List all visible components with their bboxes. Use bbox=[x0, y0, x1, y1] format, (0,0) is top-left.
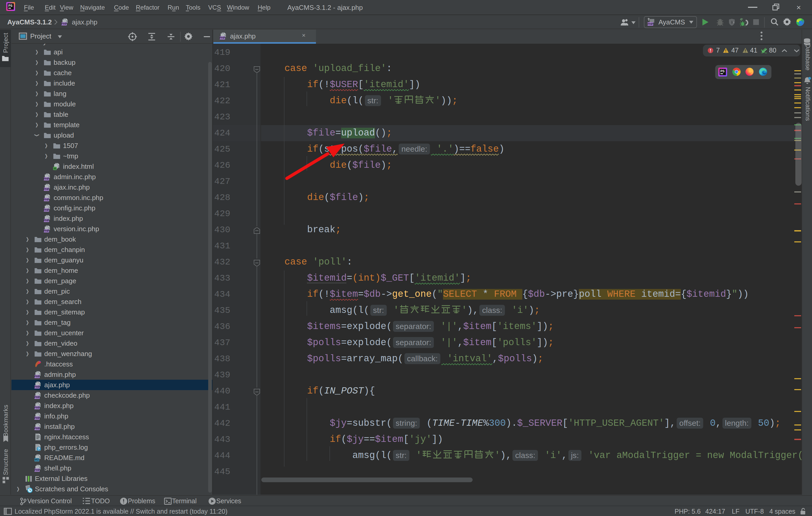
svg-text:PHP: PHP bbox=[34, 396, 40, 399]
svg-text:PS: PS bbox=[720, 69, 725, 73]
svg-text:PS: PS bbox=[8, 4, 12, 7]
svg-text:PHP: PHP bbox=[44, 198, 49, 201]
svg-text:H: H bbox=[54, 167, 56, 170]
svg-text:PHP: PHP bbox=[34, 427, 40, 430]
svg-text:PHP: PHP bbox=[44, 219, 49, 222]
svg-text:PHP: PHP bbox=[34, 375, 40, 378]
svg-text:PHP: PHP bbox=[44, 177, 49, 180]
svg-text:PHP: PHP bbox=[34, 416, 40, 420]
svg-text:PHP: PHP bbox=[647, 23, 653, 26]
svg-text:PHP: PHP bbox=[34, 468, 40, 472]
svg-text:PHP: PHP bbox=[34, 385, 40, 388]
svg-text:PHP: PHP bbox=[44, 229, 49, 232]
svg-text:?: ? bbox=[37, 447, 40, 451]
svg-text:PHP: PHP bbox=[44, 187, 49, 191]
svg-text:PHP: PHP bbox=[44, 208, 49, 211]
svg-text:PHP: PHP bbox=[220, 36, 225, 39]
svg-text:MD: MD bbox=[35, 458, 39, 461]
svg-text:PHP: PHP bbox=[34, 406, 40, 409]
svg-text:PHP: PHP bbox=[61, 22, 67, 25]
